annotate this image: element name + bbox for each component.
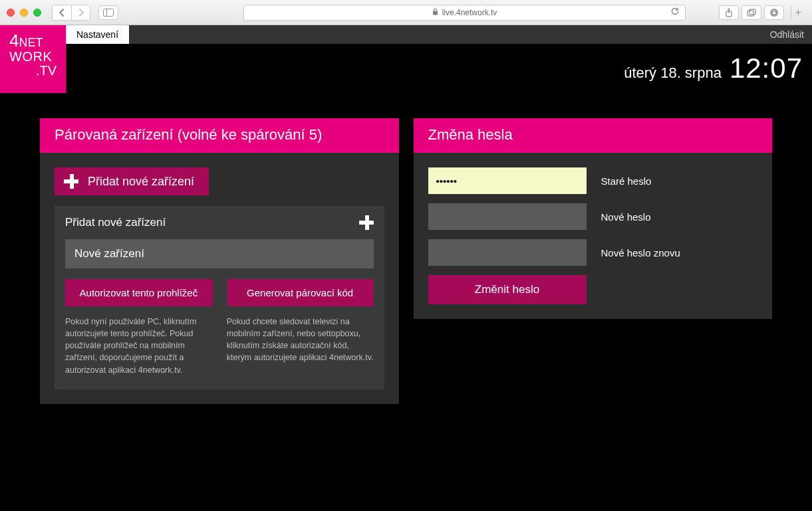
add-device-actions: Autorizovat tento prohlížeč Pokud nyní p… [65,279,374,376]
add-device-label: Přidat nové zařízení [88,175,194,189]
panel-change-password-body: Staré heslo Nové heslo Nové heslo znovu … [414,153,773,319]
row-new-password: Nové heslo [428,203,758,230]
nav-buttons [52,5,90,21]
tabs-button[interactable] [742,5,761,20]
plus-icon [64,174,78,189]
panel-change-password-title: Změna hesla [428,126,513,143]
panel-paired-devices-header: Párovaná zařízení (volné ke spárování 5) [40,118,399,153]
brand-logo[interactable]: 4NET WORK .TV [0,25,66,93]
top-bar: 4NET WORK .TV úterý 18. srpna 12:07 [0,44,812,93]
add-device-card-title: Přidat nové zařízení [65,216,166,229]
col-authorize: Autorizovat tento prohlížeč Pokud nyní p… [65,279,212,376]
browser-chrome: live.4network.tv + [0,0,812,25]
reload-icon[interactable] [670,7,680,18]
change-password-label: Změnit heslo [475,283,539,296]
logo-tv: .TV [9,64,57,78]
add-device-button[interactable]: Přidat nové zařízení [55,167,209,195]
new-password-again-input[interactable] [428,239,587,266]
chrome-right-buttons: + [719,5,805,20]
new-password-again-label: Nové heslo znovu [601,247,680,258]
panel-paired-devices-title: Párovaná zařízení (volné ke spárování 5) [55,126,322,143]
panel-change-password: Změna hesla Staré heslo Nové heslo Nové … [414,118,773,319]
row-new-password-again: Nové heslo znovu [428,239,758,266]
new-password-label: Nové heslo [601,211,651,223]
url-text: live.4network.tv [442,8,497,17]
address-bar[interactable]: live.4network.tv [243,5,686,21]
authorize-help-text: Pokud nyní používáte PC, kliknutím autor… [65,316,212,376]
content: Párovaná zařízení (volné ke spárování 5)… [0,93,812,429]
panel-paired-devices-body: Přidat nové zařízení Přidat nové zařízen… [40,153,399,404]
authorize-browser-button[interactable]: Autorizovat tento prohlížeč [65,279,212,306]
old-password-label: Staré heslo [601,175,652,187]
logo-4: 4 [9,31,19,51]
plus-icon[interactable] [359,215,374,230]
panel-change-password-header: Změna hesla [414,118,773,153]
authorize-browser-label: Autorizovat tento prohlížeč [80,287,198,298]
logo-net: NET [19,36,43,49]
new-password-input[interactable] [428,203,587,230]
maximize-window-icon[interactable] [33,9,41,17]
old-password-input[interactable] [428,167,587,194]
clock: 12:07 [730,52,803,84]
device-name-input[interactable] [65,239,374,268]
add-device-card-body: Autorizovat tento prohlížeč Pokud nyní p… [55,239,384,389]
generate-code-button[interactable]: Generovat párovací kód [227,279,374,306]
svg-rect-4 [747,11,753,16]
tab-settings-label: Nastavení [76,29,118,40]
svg-rect-0 [104,9,114,16]
tab-settings[interactable]: Nastavení [66,25,129,44]
close-window-icon[interactable] [7,9,15,17]
forward-button[interactable] [71,5,90,20]
sidebar-toggle-button[interactable] [98,5,118,20]
generate-code-label: Generovat párovací kód [247,287,353,298]
svg-rect-5 [749,9,755,15]
datetime: úterý 18. srpna 12:07 [624,52,803,84]
new-tab-button[interactable]: + [791,5,805,20]
back-button[interactable] [53,5,71,20]
generate-help-text: Pokud chcete sledovat televizi na mobiln… [227,316,374,364]
panel-paired-devices: Párovaná zařízení (volné ke spárování 5)… [40,118,399,404]
share-button[interactable] [719,5,739,20]
col-generate: Generovat párovací kód Pokud chcete sled… [227,279,374,364]
app-tabbar: Nastavení Odhlásit [66,25,812,44]
logo-work: WORK [9,50,57,64]
lock-icon [432,8,438,17]
add-device-card-header: Přidat nové zařízení [55,206,384,239]
date-string: úterý 18. srpna [624,64,722,82]
logout-label: Odhlásit [770,29,804,40]
row-old-password: Staré heslo [428,167,758,194]
change-password-button[interactable]: Změnit heslo [428,275,587,304]
logout-button[interactable]: Odhlásit [762,25,812,44]
downloads-button[interactable] [764,5,784,20]
window-controls [7,9,41,17]
minimize-window-icon[interactable] [20,9,28,17]
add-device-card: Přidat nové zařízení Autorizovat tento p… [55,206,384,389]
svg-rect-2 [433,11,438,15]
